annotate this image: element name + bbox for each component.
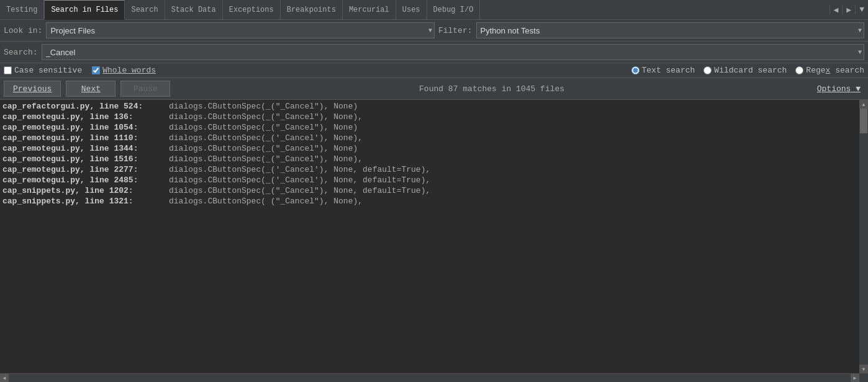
tab-testing[interactable]: Testing: [0, 0, 44, 19]
case-sensitive-option[interactable]: Case sensitive: [4, 66, 82, 75]
look-in-label: Look in:: [4, 26, 42, 35]
pause-button[interactable]: Pause: [120, 81, 170, 97]
look-in-row: Look in: Project Files Open Files Curren…: [0, 20, 868, 42]
search-row: Search: ▼: [0, 42, 868, 63]
regex-search-option[interactable]: Regex search: [795, 66, 864, 75]
tab-menu[interactable]: ▼: [855, 5, 868, 14]
wildcard-search-label: Wildcard search: [714, 66, 787, 75]
filter-wrapper: Python not Tests All Files Python Files …: [476, 22, 864, 38]
tab-mercurial[interactable]: Mercurial: [343, 0, 396, 19]
regex-search-label: Regex search: [806, 66, 864, 75]
filter-label: Filter:: [438, 26, 472, 35]
whole-words-checkbox[interactable]: [92, 66, 100, 74]
horizontal-scrollbar[interactable]: ◀ ▶: [0, 373, 859, 382]
list-item[interactable]: cap_snippets.py, line 1321: dialogs.CBut…: [0, 196, 868, 207]
whole-words-option[interactable]: Whole words: [92, 66, 156, 75]
scroll-left-arrow[interactable]: ◀: [0, 374, 9, 383]
scroll-track[interactable]: [859, 109, 868, 365]
tab-bar: Testing Search in Files Search Stack Dat…: [0, 0, 868, 20]
tab-stack-data[interactable]: Stack Data: [165, 0, 223, 19]
tab-breakpoints[interactable]: Breakpoints: [281, 0, 343, 19]
tab-exceptions[interactable]: Exceptions: [223, 0, 281, 19]
tab-uses[interactable]: Uses: [396, 0, 427, 19]
list-item[interactable]: cap_remotegui.py, line 1054: dialogs.CBu…: [0, 122, 868, 133]
action-row: Previous Next Pause Found 87 matches in …: [0, 78, 868, 100]
case-sensitive-checkbox[interactable]: [4, 66, 12, 74]
search-input-wrapper: ▼: [42, 44, 864, 60]
wildcard-search-radio[interactable]: [703, 66, 712, 74]
regex-search-radio[interactable]: [795, 66, 803, 74]
list-item[interactable]: cap_remotegui.py, line 2277: dialogs.CBu…: [0, 164, 868, 175]
list-item[interactable]: cap_refactorgui.py, line 524: dialogs.CB…: [0, 101, 868, 112]
filter-select[interactable]: Python not Tests All Files Python Files: [476, 22, 864, 38]
scroll-thumb[interactable]: [860, 109, 867, 133]
look-in-select[interactable]: Project Files Open Files Current File: [46, 22, 434, 38]
options-dropdown-arrow: ▼: [856, 84, 861, 94]
options-button[interactable]: Options ▼: [813, 82, 864, 96]
tab-search-in-files[interactable]: Search in Files: [44, 0, 125, 20]
vertical-scrollbar[interactable]: ▲ ▼: [859, 100, 868, 373]
scroll-down-arrow[interactable]: ▼: [859, 365, 868, 373]
list-item[interactable]: cap_remotegui.py, line 1344: dialogs.CBu…: [0, 143, 868, 154]
search-input[interactable]: [42, 44, 864, 60]
horizontal-track[interactable]: [9, 374, 851, 383]
previous-button[interactable]: Previous: [4, 81, 61, 97]
main-layout: Look in: Project Files Open Files Curren…: [0, 20, 868, 382]
results-list[interactable]: cap_refactorgui.py, line 524: dialogs.CB…: [0, 100, 868, 382]
search-type-group: Text search Wildcard search Regex search: [631, 66, 865, 75]
list-item[interactable]: cap_snippets.py, line 1202: dialogs.CBut…: [0, 185, 868, 196]
text-search-label: Text search: [642, 66, 695, 75]
whole-words-label: Whole words: [102, 66, 156, 75]
look-in-wrapper: Project Files Open Files Current File ▼: [46, 22, 434, 38]
next-button[interactable]: Next: [66, 81, 115, 97]
tab-scroll-controls: ◀ ▶ ▼: [830, 0, 868, 19]
text-search-option[interactable]: Text search: [631, 66, 695, 75]
tab-scroll-right[interactable]: ▶: [842, 5, 855, 15]
list-item[interactable]: cap_remotegui.py, line 1516: dialogs.CBu…: [0, 154, 868, 164]
results-container: cap_refactorgui.py, line 524: dialogs.CB…: [0, 100, 868, 382]
options-row: Case sensitive Whole words Text search W…: [0, 63, 868, 78]
list-item[interactable]: cap_remotegui.py, line 136: dialogs.CBut…: [0, 112, 868, 122]
tab-scroll-left[interactable]: ◀: [830, 5, 843, 15]
scroll-corner: [859, 373, 868, 382]
case-sensitive-label: Case sensitive: [14, 66, 82, 75]
scroll-up-arrow[interactable]: ▲: [859, 100, 868, 109]
list-item[interactable]: cap_remotegui.py, line 2485: dialogs.CBu…: [0, 175, 868, 185]
text-search-radio[interactable]: [631, 66, 640, 74]
list-item[interactable]: cap_remotegui.py, line 1110: dialogs.CBu…: [0, 133, 868, 143]
search-label: Search:: [4, 48, 38, 57]
tab-search[interactable]: Search: [125, 0, 165, 19]
scroll-right-arrow[interactable]: ▶: [851, 374, 859, 383]
status-text: Found 87 matches in 1045 files: [175, 84, 808, 94]
tab-debug-io[interactable]: Debug I/O: [427, 0, 481, 19]
wildcard-search-option[interactable]: Wildcard search: [703, 66, 787, 75]
